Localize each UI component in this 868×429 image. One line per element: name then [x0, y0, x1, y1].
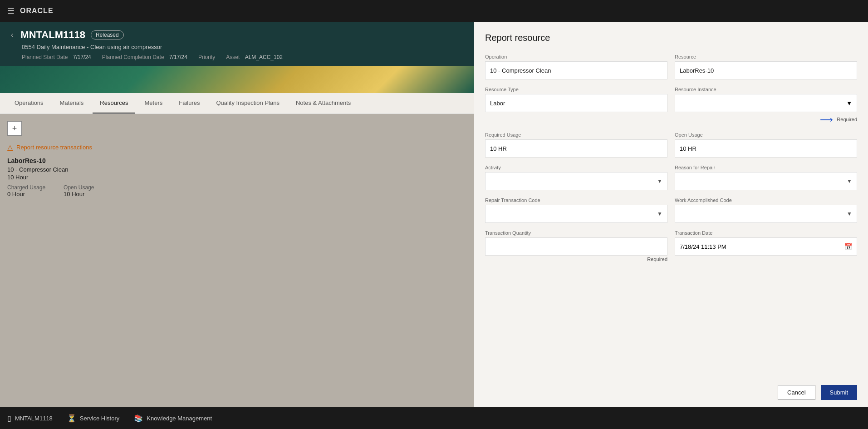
repair-transaction-code-label: Repair Transaction Code	[485, 197, 667, 203]
transaction-date-value: 7/18/24 11:13 PM	[680, 243, 726, 250]
tab-resources[interactable]: Resources	[93, 93, 135, 113]
resource-instance-select[interactable]: ▼	[675, 94, 857, 112]
required-usage-value: 10 HR	[485, 139, 667, 158]
tab-meters[interactable]: Meters	[137, 93, 170, 113]
planned-completion-value: 7/17/24	[169, 54, 187, 60]
reason-for-repair-field: Reason for Repair ▼	[675, 165, 857, 190]
work-accomplished-code-select[interactable]: ▼	[675, 205, 857, 223]
resource-label: Resource	[675, 54, 857, 59]
panel-footer: Cancel Submit	[485, 378, 857, 407]
hamburger-icon[interactable]: ☰	[7, 6, 15, 16]
bottom-nav-work-order-label: MNTALM1118	[15, 415, 53, 422]
work-accomplished-code-field: Work Accomplished Code ▼	[675, 197, 857, 223]
work-order-number: MNTALM1118	[20, 29, 85, 41]
warning-text: Report resource transactions	[16, 144, 92, 151]
decorative-band	[0, 66, 474, 93]
planned-completion-label: Planned Completion Date	[102, 54, 164, 60]
reason-for-repair-label: Reason for Repair	[675, 165, 857, 170]
bottom-nav-service-history[interactable]: ⏳ Service History	[67, 414, 119, 423]
work-order-meta: Planned Start Date 7/17/24 Planned Compl…	[22, 54, 463, 60]
planned-start-value: 7/17/24	[73, 54, 91, 60]
required-usage-field: Required Usage 10 HR	[485, 132, 667, 158]
work-order-header: ‹ MNTALM1118 Released 0554 Daily Mainten…	[0, 22, 474, 66]
open-usage-value: 10 Hour	[64, 191, 94, 197]
resource-value: LaborRes-10	[675, 61, 857, 79]
resource-instance-field: Resource Instance ▼ ⟶ Required	[675, 87, 857, 125]
resource-type-field: Resource Type Labor	[485, 87, 667, 125]
operation-value: 10 - Compressor Clean	[485, 61, 667, 79]
bottom-nav-knowledge-management-label: Knowledge Management	[147, 415, 212, 422]
asset-value: ALM_ACC_102	[245, 54, 283, 60]
work-order-description: 0554 Daily Maintenance - Clean using air…	[22, 44, 463, 50]
required-arrow-icon: ⟶	[820, 114, 833, 125]
resource-duration: 10 Hour	[7, 174, 467, 181]
tab-failures[interactable]: Failures	[172, 93, 207, 113]
charged-usage-value: 0 Hour	[7, 191, 45, 197]
required-usage-label: Required Usage	[485, 132, 667, 138]
work-accomplished-code-chevron-icon: ▼	[847, 211, 852, 217]
main-area: ‹ MNTALM1118 Released 0554 Daily Mainten…	[0, 22, 868, 407]
transaction-date-field: Transaction Date 7/18/24 11:13 PM 📅	[675, 230, 857, 262]
charged-usage-label: Charged Usage	[7, 184, 45, 191]
resource-usage-row: Charged Usage 0 Hour Open Usage 10 Hour	[7, 184, 467, 197]
repair-transaction-code-field: Repair Transaction Code ▼	[485, 197, 667, 223]
top-navigation: ☰ ORACLE	[0, 0, 868, 22]
asset-label: Asset	[226, 54, 240, 60]
tab-materials[interactable]: Materials	[53, 93, 91, 113]
work-order-nav-icon: ▯	[7, 414, 11, 423]
transaction-quantity-field: Transaction Quantity Required	[485, 230, 667, 262]
open-usage-value: 10 HR	[675, 139, 857, 158]
form-grid: Operation 10 - Compressor Clean Resource…	[485, 54, 857, 262]
resource-item: LaborRes-10 10 - Compressor Clean 10 Hou…	[7, 157, 467, 197]
charged-usage-group: Charged Usage 0 Hour	[7, 184, 45, 197]
required-text: Required	[837, 117, 857, 122]
panel-title: Report resource	[485, 33, 857, 43]
add-button[interactable]: +	[7, 121, 22, 136]
operation-field: Operation 10 - Compressor Clean	[485, 54, 667, 79]
left-panel: ‹ MNTALM1118 Released 0554 Daily Mainten…	[0, 22, 474, 407]
cancel-button[interactable]: Cancel	[778, 385, 815, 400]
transaction-date-value-row[interactable]: 7/18/24 11:13 PM 📅	[675, 237, 857, 256]
reason-for-repair-select[interactable]: ▼	[675, 172, 857, 190]
activity-select[interactable]: ▼	[485, 172, 667, 190]
knowledge-management-icon: 📚	[134, 414, 143, 423]
repair-transaction-code-chevron-icon: ▼	[657, 211, 662, 217]
report-resource-panel: Report resource Operation 10 - Compresso…	[474, 22, 868, 407]
resource-field: Resource LaborRes-10	[675, 54, 857, 79]
repair-transaction-code-select[interactable]: ▼	[485, 205, 667, 223]
activity-label: Activity	[485, 165, 667, 170]
activity-chevron-icon: ▼	[657, 178, 662, 184]
warning-icon: △	[7, 143, 13, 152]
bottom-nav-service-history-label: Service History	[80, 415, 119, 422]
back-button[interactable]: ‹	[11, 31, 13, 39]
submit-button[interactable]: Submit	[821, 385, 857, 400]
bottom-navigation: ▯ MNTALM1118 ⏳ Service History 📚 Knowled…	[0, 407, 868, 429]
transaction-date-label: Transaction Date	[675, 230, 857, 236]
transaction-quantity-input[interactable]	[485, 237, 667, 256]
transaction-quantity-required: Required	[485, 256, 667, 262]
bottom-nav-knowledge-management[interactable]: 📚 Knowledge Management	[134, 414, 212, 423]
open-usage-field: Open Usage 10 HR	[675, 132, 857, 158]
planned-start-label: Planned Start Date	[22, 54, 68, 60]
tab-operations[interactable]: Operations	[7, 93, 51, 113]
bottom-nav-work-order[interactable]: ▯ MNTALM1118	[7, 414, 53, 423]
service-history-icon: ⏳	[67, 414, 76, 423]
tab-notes-attachments[interactable]: Notes & Attachments	[289, 93, 358, 113]
resource-instance-label: Resource Instance	[675, 87, 857, 92]
tab-quality-inspection-plans[interactable]: Quality Inspection Plans	[209, 93, 286, 113]
warning-row: △ Report resource transactions	[7, 143, 467, 152]
resource-instance-chevron-icon: ▼	[846, 100, 852, 107]
priority-label: Priority	[198, 54, 215, 60]
transaction-quantity-label: Transaction Quantity	[485, 230, 667, 236]
tab-bar: Operations Materials Resources Meters Fa…	[0, 93, 474, 114]
content-area: + △ Report resource transactions LaborRe…	[0, 114, 474, 407]
open-usage-group: Open Usage 10 Hour	[64, 184, 94, 197]
open-usage-label: Open Usage	[64, 184, 94, 191]
status-badge: Released	[91, 30, 124, 39]
required-arrow-row: ⟶ Required	[675, 114, 857, 125]
work-accomplished-code-label: Work Accomplished Code	[675, 197, 857, 203]
resource-operation: 10 - Compressor Clean	[7, 166, 467, 173]
activity-field: Activity ▼	[485, 165, 667, 190]
reason-for-repair-chevron-icon: ▼	[847, 178, 852, 184]
oracle-logo: ORACLE	[20, 7, 54, 15]
